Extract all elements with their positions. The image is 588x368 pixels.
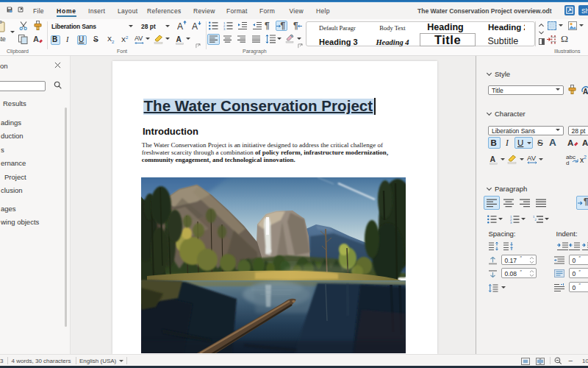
svg-text:A: A [490, 155, 496, 163]
svg-text:d: d [566, 160, 569, 166]
svg-text:3: 3 [223, 27, 226, 30]
svg-text:A: A [33, 35, 39, 43]
svg-text:A: A [177, 21, 183, 31]
svg-text:3: 3 [510, 221, 512, 224]
svg-text:AV: AV [527, 154, 537, 162]
svg-text:A: A [567, 138, 573, 147]
svg-text:A: A [582, 138, 588, 147]
svg-text:A: A [583, 88, 588, 95]
svg-text:2: 2 [535, 218, 537, 222]
svg-text:A: A [192, 21, 198, 31]
svg-text:AV: AV [135, 35, 143, 42]
svg-text:A: A [176, 35, 182, 43]
